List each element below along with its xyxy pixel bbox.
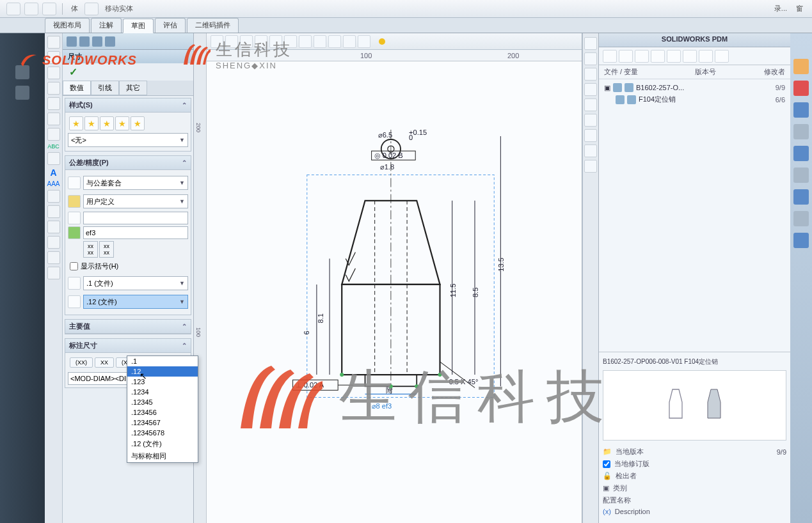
tab-sketch[interactable]: 草图 <box>123 19 154 33</box>
col-file[interactable]: 文件 / 变量 <box>604 67 695 77</box>
panel-toggle-icon[interactable] <box>584 68 597 81</box>
pdm-tool-icon[interactable] <box>699 50 713 63</box>
panel-toggle-icon[interactable] <box>584 160 597 173</box>
local-mod-checkbox[interactable] <box>603 460 610 468</box>
tolerance-fit-dropdown[interactable]: 与公差套合▼ <box>83 176 188 190</box>
col-modifier[interactable]: 修改者 <box>740 67 785 77</box>
feature-icon[interactable] <box>79 36 90 47</box>
panel-toggle-icon[interactable] <box>584 52 597 65</box>
collapse-icon[interactable]: ⌃ <box>182 159 187 166</box>
feature-icon[interactable] <box>105 36 115 47</box>
pdm-tool-icon[interactable] <box>715 50 729 63</box>
style-remove-favorite-icon[interactable]: ★ <box>100 116 114 130</box>
precision-option[interactable]: .12 <box>127 366 198 377</box>
panel-toggle-icon[interactable] <box>584 144 597 157</box>
precision-option[interactable]: .123456 <box>127 407 198 418</box>
desktop-shortcut-icon[interactable] <box>793 211 809 226</box>
fmt-paren-button[interactable]: (XX) <box>70 357 93 368</box>
style-select-dropdown[interactable]: <无>▼ <box>68 133 188 147</box>
collapse-icon[interactable]: ⌃ <box>182 102 187 109</box>
tool-icon[interactable] <box>47 190 60 203</box>
toolbar-move-body[interactable]: 移动实体 <box>102 4 136 13</box>
collapse-icon[interactable]: ⌃ <box>182 323 187 330</box>
toolbar-label[interactable]: 体 <box>68 4 81 13</box>
tol-display-toggle[interactable]: xxxx <box>83 241 98 258</box>
style-favorite-icon[interactable]: ★ <box>69 116 83 130</box>
tool-button[interactable] <box>42 3 56 15</box>
desktop-shortcut-icon[interactable] <box>793 124 809 139</box>
tab-evaluate[interactable]: 评估 <box>155 18 186 33</box>
tool-button[interactable] <box>84 3 99 15</box>
rail-icon[interactable] <box>15 86 29 100</box>
feature-icon[interactable] <box>67 36 77 47</box>
precision-option[interactable]: .1234567 <box>127 418 198 428</box>
panel-toggle-icon[interactable] <box>584 98 597 111</box>
spline-tool-icon[interactable] <box>47 113 60 125</box>
abc-text-tool[interactable]: ABC <box>47 143 60 150</box>
text-a-tool-icon[interactable]: A <box>50 168 56 178</box>
view-tool-icon[interactable] <box>299 35 312 48</box>
toolbar-label[interactable]: 录... <box>772 4 790 13</box>
fit-class-input[interactable] <box>83 226 188 239</box>
primary-precision-dropdown[interactable]: .1 (文件)▼ <box>83 276 188 290</box>
sub-tab-other[interactable]: 其它 <box>119 81 147 95</box>
tolerance-precision-dropdown[interactable]: .12 (文件)▼ <box>83 295 188 309</box>
pdm-refresh-icon[interactable] <box>603 50 617 63</box>
note-tool-icon[interactable] <box>47 152 60 165</box>
dimension-tool-icon[interactable] <box>47 128 60 141</box>
drawing-viewport[interactable]: 0.5 X 45° 6 8.1 11.5 8.5 13.5 ⌀6.5 +0.15 <box>226 65 575 517</box>
desktop-shortcut-icon[interactable] <box>793 81 809 96</box>
show-parentheses-checkbox[interactable] <box>70 262 78 270</box>
view-tool-icon[interactable] <box>343 35 356 48</box>
precision-option[interactable]: .12345678 <box>127 428 198 438</box>
pdm-tool-icon[interactable] <box>683 50 697 63</box>
desktop-shortcut-icon[interactable] <box>793 59 809 74</box>
precision-option[interactable]: .123 <box>127 377 198 387</box>
col-version[interactable]: 版本号 <box>695 67 740 77</box>
view-tool-icon[interactable] <box>328 35 341 48</box>
drawing-canvas[interactable]: 100 200 <box>207 33 582 523</box>
select-tool-icon[interactable] <box>47 36 60 49</box>
preview-thumbnail[interactable] <box>603 370 786 441</box>
desktop-shortcut-icon[interactable] <box>793 189 809 205</box>
user-define-dropdown[interactable]: 用户定义▼ <box>83 194 188 208</box>
tab-qr-plugin[interactable]: 二维码插件 <box>187 18 239 33</box>
sub-tab-leader[interactable]: 引线 <box>91 81 119 95</box>
desktop-shortcut-icon[interactable] <box>793 168 809 183</box>
collapse-icon[interactable]: ⌃ <box>182 342 187 349</box>
feature-icon[interactable] <box>92 36 102 47</box>
toolbar-label[interactable]: 窗 <box>793 4 806 13</box>
tool-button[interactable] <box>24 3 38 15</box>
precision-option[interactable]: .1 <box>127 356 198 366</box>
tab-annotation[interactable]: 注解 <box>91 18 122 33</box>
sub-tab-value[interactable]: 数值 <box>63 81 91 95</box>
tool-icon[interactable] <box>47 267 60 279</box>
panel-toggle-icon[interactable] <box>584 83 597 96</box>
style-add-favorite-icon[interactable]: ★ <box>84 116 99 130</box>
arc-tool-icon[interactable] <box>47 97 60 110</box>
fmt-plain-button[interactable]: XX <box>95 357 114 368</box>
precision-option[interactable]: 与标称相同 <box>127 450 198 462</box>
view-tool-icon[interactable] <box>358 35 370 48</box>
desktop-shortcut-icon[interactable] <box>793 102 809 118</box>
pdm-get-icon[interactable] <box>651 50 665 63</box>
pdm-checkin-icon[interactable] <box>619 50 633 63</box>
tool-icon[interactable] <box>47 236 60 249</box>
precision-option[interactable]: .1234 <box>127 387 198 397</box>
panel-toggle-icon[interactable] <box>584 37 597 50</box>
precision-option[interactable]: .12345 <box>127 397 198 407</box>
tool-icon[interactable] <box>47 221 60 233</box>
precision-option[interactable]: .12 (文件) <box>127 438 198 450</box>
tool-icon[interactable] <box>47 205 60 218</box>
style-load-favorite-icon[interactable]: ★ <box>131 116 145 130</box>
desktop-shortcut-icon[interactable] <box>793 146 809 161</box>
pdm-checkout-icon[interactable] <box>635 50 649 63</box>
upper-tolerance-input[interactable] <box>83 212 188 224</box>
tool-button[interactable] <box>6 3 20 15</box>
panel-toggle-icon[interactable] <box>584 114 597 127</box>
tol-display-toggle[interactable]: xxxx <box>99 241 114 258</box>
expand-icon[interactable]: ▣ <box>604 84 610 92</box>
tab-view-layout[interactable]: 视图布局 <box>45 18 90 33</box>
circle-tool-icon[interactable] <box>47 82 60 95</box>
tree-row[interactable]: ▣ B1602-257-O... 9/9 <box>604 82 785 93</box>
